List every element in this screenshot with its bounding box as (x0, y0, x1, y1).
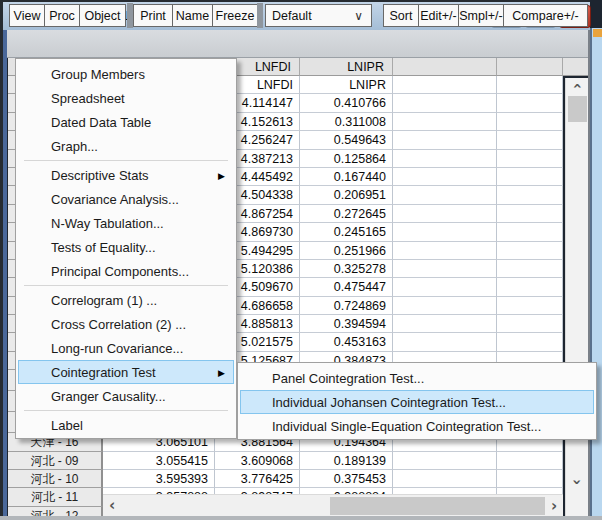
cell[interactable] (393, 452, 497, 470)
default-combobox[interactable]: Default ∨ (265, 4, 372, 27)
column-header[interactable]: LNIPR (300, 58, 393, 76)
cell[interactable]: 0.251966 (300, 242, 393, 260)
menu-item-covariance-analysis[interactable]: Covariance Analysis... (18, 187, 234, 211)
sort-button[interactable]: Sort (383, 4, 419, 27)
cell[interactable] (393, 150, 497, 168)
cell[interactable] (497, 168, 563, 186)
cell[interactable] (497, 76, 563, 94)
vertical-scrollbar[interactable]: › › (565, 78, 588, 516)
cell[interactable]: 0.125864 (300, 150, 393, 168)
menu-item-n-way-tabulation[interactable]: N-Way Tabulation... (18, 211, 234, 235)
cell[interactable] (497, 452, 563, 470)
obs-label[interactable]: 河北 - 11 (8, 488, 103, 506)
cell[interactable]: 0.724869 (300, 297, 393, 315)
cell[interactable] (497, 186, 563, 204)
cell[interactable]: 0.325278 (300, 260, 393, 278)
cell[interactable] (497, 297, 563, 315)
cell[interactable] (497, 94, 563, 112)
cell[interactable] (497, 315, 563, 333)
menu-separator (24, 285, 228, 286)
proc-button[interactable]: Proc (44, 4, 80, 27)
cell[interactable] (497, 260, 563, 278)
cell[interactable]: 3.595393 (103, 470, 215, 488)
cell[interactable] (393, 76, 497, 94)
cell[interactable] (393, 333, 497, 351)
cell[interactable]: 0.167440 (300, 168, 393, 186)
scroll-left-icon[interactable]: › (103, 495, 121, 517)
chevron-down-icon[interactable]: ∨ (354, 9, 363, 23)
menu-item-label[interactable]: Label (18, 413, 234, 437)
edit-button[interactable]: Edit+/- (418, 4, 459, 27)
horizontal-scrollbar[interactable]: › › (103, 494, 563, 516)
menu-item-long-run-covariance[interactable]: Long-run Covariance... (18, 336, 234, 360)
object-button[interactable]: Object (79, 4, 126, 27)
cell[interactable]: 0.272645 (300, 205, 393, 223)
scroll-up-icon[interactable]: › (566, 78, 589, 94)
menu-item-cross-correlation-2[interactable]: Cross Correlation (2) ... (18, 312, 234, 336)
menu-item-graph[interactable]: Graph... (18, 134, 234, 158)
cell[interactable] (497, 205, 563, 223)
cell[interactable] (393, 260, 497, 278)
cell[interactable] (393, 242, 497, 260)
cell[interactable]: 0.410766 (300, 94, 393, 112)
menu-item-individual-johansen-cointegration-test[interactable]: Individual Johansen Cointegration Test..… (240, 390, 594, 414)
freeze-button[interactable]: Freeze (212, 4, 258, 27)
cell[interactable] (393, 223, 497, 241)
menu-item-spreadsheet[interactable]: Spreadsheet (18, 86, 234, 110)
cell[interactable] (393, 94, 497, 112)
cell[interactable] (393, 131, 497, 149)
cell[interactable] (497, 113, 563, 131)
cell[interactable]: 0.453163 (300, 333, 393, 351)
obs-label[interactable]: 河北 - 10 (8, 470, 103, 488)
cell[interactable] (497, 150, 563, 168)
cell[interactable]: 0.245165 (300, 223, 393, 241)
cell[interactable]: 0.206951 (300, 186, 393, 204)
cell[interactable]: 0.475447 (300, 278, 393, 296)
menu-item-descriptive-stats[interactable]: Descriptive Stats▶ (18, 163, 234, 187)
cell[interactable] (393, 168, 497, 186)
menu-item-panel-cointegration-test[interactable]: Panel Cointegration Test... (240, 366, 594, 390)
header-cell[interactable] (393, 58, 497, 76)
print-button[interactable]: Print (133, 4, 173, 27)
header-cell[interactable] (497, 58, 563, 76)
cell[interactable]: 0.311008 (300, 113, 393, 131)
cell[interactable] (393, 205, 497, 223)
cell[interactable] (497, 470, 563, 488)
menu-item-individual-single-equation-cointegration-test[interactable]: Individual Single-Equation Cointegration… (240, 414, 594, 438)
cell[interactable]: 0.375453 (300, 470, 393, 488)
cell[interactable] (393, 186, 497, 204)
cell[interactable] (497, 242, 563, 260)
cell[interactable]: 3.609068 (215, 452, 300, 470)
cell[interactable] (393, 297, 497, 315)
cell[interactable] (393, 315, 497, 333)
cell[interactable] (497, 223, 563, 241)
menu-item-dated-data-table[interactable]: Dated Data Table (18, 110, 234, 134)
menu-item-group-members[interactable]: Group Members (18, 62, 234, 86)
scroll-right-icon[interactable]: › (545, 495, 563, 517)
cell[interactable] (393, 278, 497, 296)
horizontal-scroll-thumb[interactable] (330, 497, 545, 515)
obs-label[interactable]: 河北 - 09 (8, 452, 103, 470)
cell[interactable] (497, 131, 563, 149)
cell[interactable] (497, 278, 563, 296)
smpl-button[interactable]: Smpl+/- (458, 4, 504, 27)
cell[interactable]: LNIPR (300, 76, 393, 94)
menu-item-correlogram-1[interactable]: Correlogram (1) ... (18, 288, 234, 312)
cell[interactable]: 0.189139 (300, 452, 393, 470)
menu-item-tests-of-equality[interactable]: Tests of Equality... (18, 235, 234, 259)
compare-button[interactable]: Compare+/- (503, 4, 588, 27)
menu-item-principal-components[interactable]: Principal Components... (18, 259, 234, 283)
cell[interactable] (393, 113, 497, 131)
cell[interactable]: 0.394594 (300, 315, 393, 333)
cell[interactable]: 0.549643 (300, 131, 393, 149)
cell[interactable]: 3.055415 (103, 452, 215, 470)
name-button[interactable]: Name (172, 4, 213, 27)
view-button[interactable]: View (9, 4, 45, 27)
vertical-scroll-thumb[interactable] (568, 96, 587, 122)
menu-item-cointegration-test[interactable]: Cointegration Test▶ (18, 360, 234, 384)
scroll-down-icon[interactable]: › (566, 474, 589, 490)
menu-item-granger-causality[interactable]: Granger Causality... (18, 384, 234, 408)
cell[interactable] (393, 470, 497, 488)
cell[interactable]: 3.776425 (215, 470, 300, 488)
cell[interactable] (497, 333, 563, 351)
